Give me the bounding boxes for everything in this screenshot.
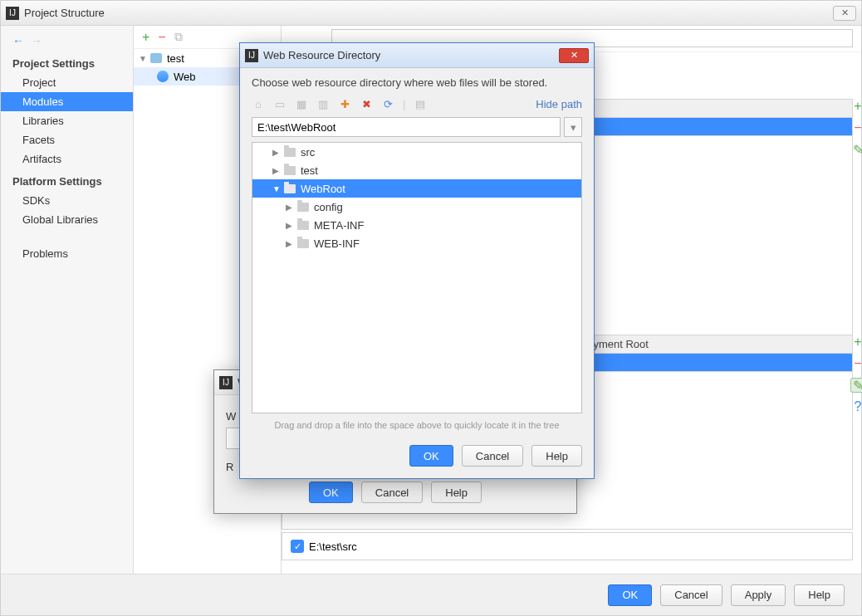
help-resource-icon[interactable]: ?	[850, 399, 862, 414]
ok-button[interactable]: OK	[608, 584, 652, 606]
web-help-button[interactable]: Help	[431, 482, 482, 503]
folder-icon	[297, 239, 309, 248]
forward-icon[interactable]: →	[31, 34, 42, 47]
module-name: test	[167, 52, 184, 65]
facet-name: Web	[174, 71, 196, 83]
add-path-icon[interactable]: +	[850, 99, 862, 114]
help-button[interactable]: Help	[794, 584, 845, 606]
project-icon[interactable]: ▦	[295, 97, 308, 110]
apply-button[interactable]: Apply	[731, 584, 786, 606]
dir-path-input[interactable]	[252, 117, 561, 137]
chevron-down-icon: ▼	[139, 54, 147, 63]
chevron-right-icon: ▶	[286, 239, 296, 248]
sidebar-section-project: Project Settings	[1, 51, 133, 73]
app-icon: IJ	[219, 376, 233, 389]
folder-icon	[297, 203, 309, 212]
dir-hint: Drag and drop a file into the space abov…	[252, 413, 582, 437]
web-ok-button[interactable]: OK	[309, 482, 353, 503]
folder-icon	[284, 184, 296, 193]
sidebar-item-modules[interactable]: Modules	[1, 92, 133, 111]
tree-label: config	[314, 201, 343, 213]
chevron-right-icon: ▶	[286, 203, 296, 212]
sidebar-item-sdks[interactable]: SDKs	[1, 191, 133, 210]
file-tree[interactable]: ▶ src ▶ test ▼ WebRoot ▶ config ▶	[252, 142, 582, 413]
chevron-down-icon: ▼	[272, 184, 282, 193]
folder-icon	[284, 166, 296, 175]
dir-instruction: Choose web resource directory where web …	[252, 76, 582, 89]
window-close-button[interactable]: ✕	[833, 6, 856, 21]
edit-resource-icon[interactable]: ✎	[850, 378, 862, 393]
refresh-icon[interactable]: ⟳	[381, 97, 394, 110]
back-icon[interactable]: ←	[12, 34, 24, 47]
sidebar-item-global-libraries[interactable]: Global Libraries	[1, 210, 133, 229]
show-hidden-icon[interactable]: ▤	[414, 97, 427, 110]
main-footer: OK Cancel Apply Help	[1, 574, 861, 615]
cancel-button[interactable]: Cancel	[660, 584, 722, 606]
delete-icon[interactable]: ✖	[360, 97, 373, 110]
add-module-icon[interactable]: +	[142, 30, 149, 45]
dir-help-button[interactable]: Help	[531, 445, 582, 467]
sidebar-toolbar: ← →	[1, 31, 133, 51]
tree-label: WebRoot	[301, 183, 345, 195]
remove-resource-icon[interactable]: −	[850, 356, 862, 371]
sidebar-item-libraries[interactable]: Libraries	[1, 111, 133, 130]
sidebar-section-platform: Platform Settings	[1, 169, 133, 191]
window-title: Project Structure	[24, 7, 105, 19]
dir-titlebar: IJ Web Resource Directory ✕	[240, 43, 594, 68]
dir-toolbar: ⌂ ▭ ▦ ▥ ✚ ✖ ⟳ | ▤ Hide path	[252, 97, 582, 110]
dir-body: Choose web resource directory where web …	[240, 68, 594, 437]
chevron-right-icon: ▶	[272, 166, 282, 175]
app-icon: IJ	[245, 49, 258, 62]
chevron-right-icon: ▶	[286, 221, 296, 230]
add-resource-icon[interactable]: +	[850, 335, 862, 350]
remove-module-icon[interactable]: −	[158, 30, 165, 45]
sidebar-item-facets[interactable]: Facets	[1, 130, 133, 149]
dir-title: Web Resource Directory	[263, 49, 380, 61]
tree-item-metainf[interactable]: ▶ META-INF	[252, 216, 581, 234]
desktop-icon[interactable]: ▭	[273, 97, 287, 110]
tree-item-test[interactable]: ▶ test	[252, 161, 581, 179]
tree-label: META-INF	[314, 219, 364, 232]
module-icon	[150, 53, 162, 63]
dir-close-button[interactable]: ✕	[559, 48, 589, 63]
history-icon[interactable]: ▾	[564, 117, 582, 137]
src-label: E:\test\src	[309, 540, 357, 553]
tree-label: src	[301, 146, 315, 159]
main-titlebar: IJ Project Structure ✕	[1, 1, 861, 26]
module-nav-icon[interactable]: ▥	[316, 97, 330, 110]
new-folder-icon[interactable]: ✚	[338, 97, 351, 110]
tree-item-config[interactable]: ▶ config	[252, 198, 581, 216]
copy-module-icon[interactable]: ⧉	[174, 30, 183, 44]
sidebar-item-artifacts[interactable]: Artifacts	[1, 149, 133, 169]
src-checkbox[interactable]: ✓	[291, 540, 304, 553]
directory-chooser-dialog: IJ Web Resource Directory ✕ Choose web r…	[239, 42, 595, 479]
home-icon[interactable]: ⌂	[252, 97, 265, 110]
path-side-buttons: + − ✎	[850, 99, 862, 157]
web-cancel-button[interactable]: Cancel	[361, 482, 423, 503]
folder-icon	[284, 148, 296, 157]
app-icon: IJ	[6, 7, 19, 20]
chevron-right-icon: ▶	[272, 148, 282, 157]
sidebar-item-project[interactable]: Project	[1, 73, 133, 92]
dir-buttons: OK Cancel Help	[240, 437, 594, 478]
tree-item-webinf[interactable]: ▶ WEB-INF	[252, 234, 581, 252]
sidebar-item-problems[interactable]: Problems	[1, 244, 133, 263]
edit-path-icon[interactable]: ✎	[850, 142, 862, 157]
remove-path-icon[interactable]: −	[850, 120, 862, 135]
web-subdialog-buttons: OK Cancel Help	[226, 482, 565, 503]
dir-cancel-button[interactable]: Cancel	[462, 445, 523, 467]
web-facet-icon	[157, 71, 169, 82]
relative-side-buttons: + − ✎ ?	[850, 335, 862, 414]
dir-ok-button[interactable]: OK	[409, 445, 453, 467]
folder-icon	[297, 221, 309, 230]
tree-item-src[interactable]: ▶ src	[252, 143, 581, 161]
hide-path-link[interactable]: Hide path	[536, 98, 582, 110]
sidebar: ← → Project Settings Project Modules Lib…	[1, 26, 134, 574]
tree-label: WEB-INF	[314, 237, 360, 250]
source-roots-panel: ✓ E:\test\src	[282, 532, 853, 560]
tree-item-webroot[interactable]: ▼ WebRoot	[252, 179, 581, 198]
dir-path-row: ▾	[252, 117, 582, 137]
tree-label: test	[301, 164, 318, 177]
